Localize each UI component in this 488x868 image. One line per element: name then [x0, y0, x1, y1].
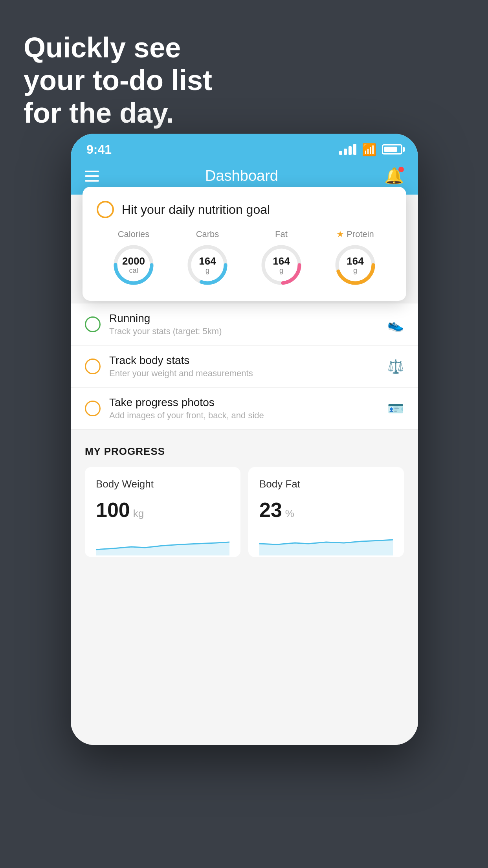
status-time: 9:41 — [86, 142, 112, 157]
hero-line-2: your to-do list — [24, 64, 212, 97]
body-weight-card: Body Weight 100 kg — [85, 467, 240, 557]
calories-item: Calories 2000 cal — [112, 229, 155, 287]
app-content: THINGS TO DO TODAY Hit your daily nutrit… — [71, 195, 418, 745]
fat-ring: 164 g — [260, 243, 303, 287]
body-fat-card: Body Fat 23 % — [248, 467, 404, 557]
body-fat-number: 23 — [259, 498, 282, 522]
carbs-label: Carbs — [196, 229, 219, 239]
app-title: Dashboard — [205, 167, 278, 184]
todo-item-body-stats[interactable]: Track body stats Enter your weight and m… — [71, 346, 418, 388]
protein-item: ★ Protein 164 g — [334, 229, 377, 287]
body-fat-sparkline — [259, 532, 393, 555]
photos-text-block: Take progress photos Add images of your … — [109, 396, 379, 421]
status-icons: 📶 — [339, 143, 402, 156]
protein-label: ★ Protein — [336, 229, 374, 239]
protein-ring: 164 g — [334, 243, 377, 287]
photos-title: Take progress photos — [109, 396, 379, 409]
carbs-ring: 164 g — [186, 243, 229, 287]
notification-bell-button[interactable]: 🔔 — [384, 167, 404, 185]
calories-value: 2000 cal — [122, 256, 145, 274]
running-check-circle — [85, 316, 101, 332]
body-weight-sparkline — [96, 532, 229, 555]
carbs-item: Carbs 164 g — [186, 229, 229, 287]
body-weight-unit: kg — [133, 508, 144, 520]
wifi-icon: 📶 — [362, 143, 376, 156]
hero-line-1: Quickly see — [24, 31, 212, 64]
todo-item-photos[interactable]: Take progress photos Add images of your … — [71, 388, 418, 430]
body-fat-unit: % — [285, 508, 294, 520]
signal-icon — [339, 144, 356, 155]
body-fat-value-row: 23 % — [259, 498, 393, 522]
hero-line-3: for the day. — [24, 97, 212, 129]
photo-icon: 🪪 — [387, 401, 404, 416]
hamburger-menu-button[interactable] — [85, 171, 99, 182]
running-text-block: Running Track your stats (target: 5km) — [109, 312, 379, 337]
carbs-value: 164 g — [199, 256, 216, 274]
battery-icon — [382, 144, 402, 154]
calories-label: Calories — [118, 229, 150, 239]
fat-label: Fat — [275, 229, 288, 239]
card-title-row: Hit your daily nutrition goal — [97, 201, 392, 218]
svg-marker-9 — [259, 540, 393, 555]
photos-subtitle: Add images of your front, back, and side — [109, 410, 379, 421]
progress-section: MY PROGRESS Body Weight 100 kg B — [71, 430, 418, 573]
body-weight-number: 100 — [96, 498, 130, 522]
nutrition-row: Calories 2000 cal Carbs — [97, 229, 392, 287]
body-stats-subtitle: Enter your weight and measurements — [109, 368, 379, 379]
running-title: Running — [109, 312, 379, 325]
body-weight-value-row: 100 kg — [96, 498, 229, 522]
notification-badge — [398, 167, 404, 172]
scale-icon: ⚖️ — [387, 359, 404, 374]
body-stats-check-circle — [85, 359, 101, 374]
todo-item-running[interactable]: Running Track your stats (target: 5km) 👟 — [71, 303, 418, 346]
status-bar: 9:41 📶 — [71, 134, 418, 161]
progress-cards: Body Weight 100 kg Body Fat 23 % — [85, 467, 404, 557]
nutrition-card-title: Hit your daily nutrition goal — [122, 202, 270, 217]
body-fat-title: Body Fat — [259, 478, 393, 490]
calories-ring: 2000 cal — [112, 243, 155, 287]
running-subtitle: Track your stats (target: 5km) — [109, 326, 379, 337]
progress-section-title: MY PROGRESS — [85, 445, 404, 458]
photos-check-circle — [85, 401, 101, 416]
phone-shell: 9:41 📶 Dashboard 🔔 — [71, 134, 418, 745]
body-stats-text-block: Track body stats Enter your weight and m… — [109, 354, 379, 379]
body-stats-title: Track body stats — [109, 354, 379, 367]
fat-value: 164 g — [273, 256, 290, 274]
todo-list: Running Track your stats (target: 5km) 👟… — [71, 303, 418, 430]
fat-item: Fat 164 g — [260, 229, 303, 287]
todo-check-circle[interactable] — [97, 201, 114, 218]
svg-marker-8 — [96, 542, 229, 555]
body-weight-title: Body Weight — [96, 478, 229, 490]
star-icon: ★ — [336, 229, 344, 239]
running-icon: 👟 — [387, 316, 404, 332]
nutrition-card: Hit your daily nutrition goal Calories 2… — [83, 187, 406, 301]
hero-text: Quickly see your to-do list for the day. — [24, 31, 212, 129]
protein-value: 164 g — [347, 256, 363, 274]
